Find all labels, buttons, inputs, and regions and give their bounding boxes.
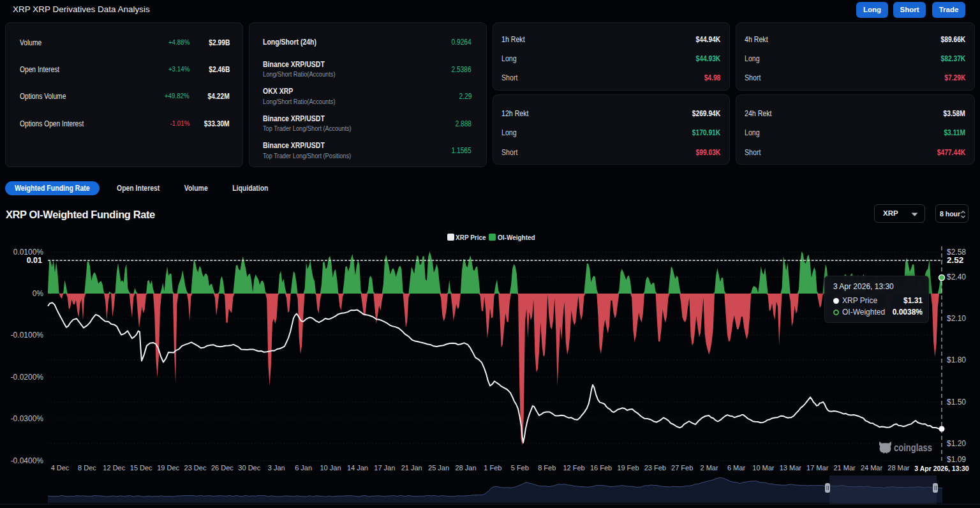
svg-text:17 Jan: 17 Jan xyxy=(374,464,395,472)
svg-text:26 Dec: 26 Dec xyxy=(211,464,234,472)
svg-text:$2.10: $2.10 xyxy=(947,314,966,323)
svg-text:3 Apr 2026, 13:30: 3 Apr 2026, 13:30 xyxy=(914,465,969,472)
svg-text:-0.0300%: -0.0300% xyxy=(11,414,44,423)
svg-text:15 Dec: 15 Dec xyxy=(130,464,152,472)
svg-text:2.52: 2.52 xyxy=(947,255,963,265)
svg-text:6 Jan: 6 Jan xyxy=(295,464,312,472)
svg-text:23 Feb: 23 Feb xyxy=(644,464,666,472)
svg-text:23 Dec: 23 Dec xyxy=(184,464,207,472)
svg-text:$2.40: $2.40 xyxy=(947,273,966,281)
svg-text:8 Feb: 8 Feb xyxy=(538,464,556,472)
svg-text:12 Feb: 12 Feb xyxy=(563,464,584,472)
svg-text:4 Dec: 4 Dec xyxy=(51,464,70,472)
svg-text:2 Mar: 2 Mar xyxy=(701,464,718,472)
svg-text:27 Feb: 27 Feb xyxy=(671,464,693,472)
svg-text:24 Mar: 24 Mar xyxy=(861,464,883,472)
svg-text:30 Dec: 30 Dec xyxy=(238,464,260,472)
svg-text:17 Mar: 17 Mar xyxy=(806,464,829,472)
svg-text:10 Mar: 10 Mar xyxy=(752,464,775,472)
svg-text:0%: 0% xyxy=(33,289,44,298)
svg-text:1 Feb: 1 Feb xyxy=(484,464,501,472)
svg-text:19 Feb: 19 Feb xyxy=(617,464,639,472)
svg-text:-0.0100%: -0.0100% xyxy=(11,331,44,340)
svg-text:3 Jan: 3 Jan xyxy=(268,464,285,472)
svg-text:$1.50: $1.50 xyxy=(947,398,966,407)
svg-text:16 Feb: 16 Feb xyxy=(590,464,612,472)
svg-text:13 Mar: 13 Mar xyxy=(780,464,802,472)
svg-text:0.0100%: 0.0100% xyxy=(13,248,44,257)
svg-text:21 Mar: 21 Mar xyxy=(833,464,856,472)
svg-text:-0.0400%: -0.0400% xyxy=(11,456,44,465)
svg-text:28 Mar: 28 Mar xyxy=(887,464,910,472)
svg-text:12 Dec: 12 Dec xyxy=(103,464,125,472)
svg-text:8 Dec: 8 Dec xyxy=(78,464,96,472)
svg-text:5 Feb: 5 Feb xyxy=(511,464,529,472)
svg-text:6 Mar: 6 Mar xyxy=(727,464,745,472)
svg-text:coinglass: coinglass xyxy=(894,442,932,454)
svg-text:$1.20: $1.20 xyxy=(947,439,966,448)
svg-text:25 Jan: 25 Jan xyxy=(428,464,449,472)
svg-text:10 Jan: 10 Jan xyxy=(320,464,341,472)
svg-text:14 Jan: 14 Jan xyxy=(347,464,368,472)
svg-text:-0.0200%: -0.0200% xyxy=(11,373,44,382)
svg-text:$1.80: $1.80 xyxy=(947,355,966,364)
svg-text:19 Dec: 19 Dec xyxy=(157,464,179,472)
svg-text:21 Jan: 21 Jan xyxy=(401,464,422,472)
svg-text:$1.09: $1.09 xyxy=(947,455,966,464)
svg-text:28 Jan: 28 Jan xyxy=(455,464,476,472)
svg-text:0.01: 0.01 xyxy=(27,256,42,265)
